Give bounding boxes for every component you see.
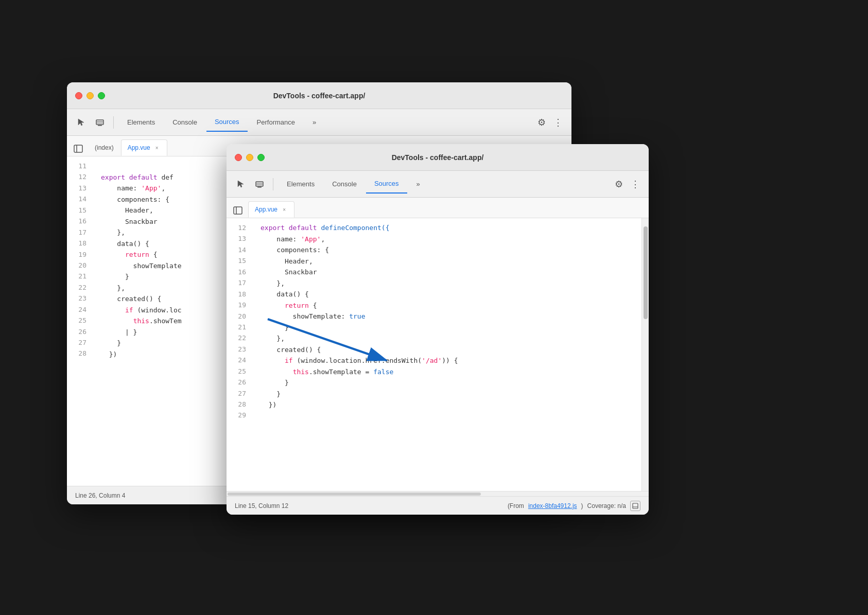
status-position-front: Line 15, Column 12 <box>235 502 288 509</box>
svg-rect-1 <box>98 125 102 126</box>
front-line-24: if (window.location.href.endsWith('/ad')… <box>261 355 633 366</box>
horizontal-thumb-front <box>228 493 481 496</box>
svg-rect-13 <box>633 503 638 508</box>
maximize-button-back[interactable] <box>98 92 105 99</box>
title-bar-front: DevTools - coffee-cart.app/ <box>227 144 649 171</box>
cursor-icon[interactable] <box>73 114 90 131</box>
code-content-front: 12 13 14 15 16 17 18 19 20 21 22 23 24 2… <box>227 218 641 491</box>
front-line-15: Header, <box>261 256 633 267</box>
window-title-back: DevTools - coffee-cart.app/ <box>273 92 366 100</box>
maximize-button-front[interactable] <box>257 154 265 161</box>
tab-more-front[interactable]: » <box>408 175 428 194</box>
tab-elements-front[interactable]: Elements <box>279 175 323 194</box>
status-position-back: Line 26, Column 4 <box>75 492 125 499</box>
coverage-label: Coverage: n/a <box>587 502 626 509</box>
toolbar-right-back: ⚙ ⋮ <box>534 115 565 130</box>
front-line-12: export default defineComponent({ <box>261 222 633 234</box>
front-line-20: showTemplate: true <box>261 311 633 322</box>
settings-icon-front[interactable]: ⚙ <box>612 177 626 191</box>
scrollbar-thumb-front <box>644 226 648 319</box>
editor-front: 12 13 14 15 16 17 18 19 20 21 22 23 24 2… <box>227 218 641 491</box>
from-info: (From index-8bfa4912.js) Coverage: n/a <box>508 501 640 511</box>
device-icon[interactable] <box>92 114 108 131</box>
front-line-16: Snackbar <box>261 267 633 278</box>
tab-performance-back[interactable]: Performance <box>249 113 303 132</box>
toolbar-separator <box>113 116 114 129</box>
close-button-back[interactable] <box>75 92 82 99</box>
svg-rect-7 <box>256 182 263 186</box>
status-from-label: (From <box>508 502 524 509</box>
file-tab-index-back[interactable]: (index) <box>89 139 120 156</box>
close-button-front[interactable] <box>235 154 242 161</box>
file-tab-appvue-front[interactable]: App.vue × <box>248 201 294 218</box>
tab-console-back[interactable]: Console <box>164 113 205 132</box>
tab-list-back: Elements Console Sources Performance » <box>119 113 532 132</box>
title-bar-back: DevTools - coffee-cart.app/ <box>67 82 571 109</box>
tab-sources-back[interactable]: Sources <box>206 113 248 132</box>
minimize-button-front[interactable] <box>246 154 253 161</box>
front-line-23: created() { <box>261 344 633 356</box>
toolbar-front: Elements Console Sources » ⚙ ⋮ <box>227 171 649 198</box>
svg-rect-11 <box>234 207 242 214</box>
devtools-window-front: DevTools - coffee-cart.app/ Elements Con… <box>227 144 649 515</box>
traffic-lights-back <box>75 92 105 99</box>
front-line-21: } <box>261 322 633 333</box>
status-bar-front: Line 15, Column 12 (From index-8bfa4912.… <box>227 496 649 515</box>
front-line-13: name: 'App', <box>261 234 633 245</box>
horizontal-scrollbar-front[interactable] <box>227 491 649 496</box>
code-lines-front: export default defineComponent({ name: '… <box>252 222 641 487</box>
sidebar-toggle-front[interactable] <box>231 203 245 218</box>
front-line-22: }, <box>261 333 633 344</box>
svg-rect-4 <box>74 145 82 152</box>
tab-sources-front[interactable]: Sources <box>366 175 407 194</box>
more-icon-front[interactable]: ⋮ <box>628 177 643 191</box>
toolbar-right-front: ⚙ ⋮ <box>612 177 643 191</box>
file-tabs-front: App.vue × <box>227 198 649 218</box>
vertical-scrollbar-front[interactable] <box>641 218 649 491</box>
tab-more-back[interactable]: » <box>304 113 324 132</box>
tab-elements-back[interactable]: Elements <box>119 113 163 132</box>
tab-console-front[interactable]: Console <box>324 175 365 194</box>
front-line-28: }) <box>261 399 633 411</box>
front-line-14: components: { <box>261 244 633 256</box>
svg-rect-8 <box>257 187 262 188</box>
device-icon-front[interactable] <box>251 176 268 192</box>
settings-icon-back[interactable]: ⚙ <box>534 115 549 130</box>
file-tab-appvue-back[interactable]: App.vue × <box>121 139 167 156</box>
window-title-front: DevTools - coffee-cart.app/ <box>392 153 484 162</box>
front-line-27: } <box>261 389 633 400</box>
front-line-25: this.showTemplate = false <box>261 366 633 378</box>
line-numbers-back: 11 12 13 14 15 16 17 18 19 20 21 22 23 2… <box>67 161 93 482</box>
front-line-18: data() { <box>261 289 633 300</box>
line-numbers-front: 12 13 14 15 16 17 18 19 20 21 22 23 24 2… <box>227 222 252 487</box>
code-section-front: 12 13 14 15 16 17 18 19 20 21 22 23 24 2… <box>227 218 649 491</box>
sidebar-toggle-back[interactable] <box>71 142 85 156</box>
more-icon-back[interactable]: ⋮ <box>551 115 565 130</box>
source-file-link[interactable]: index-8bfa4912.js <box>528 502 577 509</box>
file-tab-close-back[interactable]: × <box>153 144 161 151</box>
traffic-lights-front <box>235 154 265 161</box>
tab-list-front: Elements Console Sources » <box>279 175 610 194</box>
cursor-icon-front[interactable] <box>233 176 249 192</box>
toolbar-back: Elements Console Sources Performance » ⚙… <box>67 109 571 136</box>
file-tab-close-front[interactable]: × <box>281 206 288 213</box>
front-line-29 <box>261 411 633 422</box>
toolbar-separator-front <box>273 178 273 190</box>
front-line-17: }, <box>261 278 633 289</box>
minimize-button-back[interactable] <box>86 92 94 99</box>
drawer-icon[interactable] <box>630 501 640 511</box>
svg-rect-0 <box>96 120 103 125</box>
front-line-26: } <box>261 377 633 389</box>
front-line-19: return { <box>261 300 633 311</box>
editor-main-front: 12 13 14 15 16 17 18 19 20 21 22 23 24 2… <box>227 218 649 515</box>
